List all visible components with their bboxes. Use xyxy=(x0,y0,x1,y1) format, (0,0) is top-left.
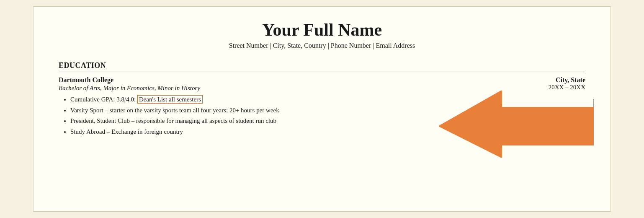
study-abroad-text: Study Abroad – Exchange in foreign count… xyxy=(70,128,183,135)
school-location: City, State xyxy=(518,76,585,84)
degree: Bachelor of Arts, Major in Economics, Mi… xyxy=(59,85,518,92)
president-text: President, Student Club – responsible fo… xyxy=(70,117,276,124)
varsity-text: Varsity Sport – starter on the varsity s… xyxy=(70,107,279,114)
education-entry: Dartmouth College Bachelor of Arts, Majo… xyxy=(59,76,585,137)
bullet-varsity: Varsity Sport – starter on the varsity s… xyxy=(70,105,518,116)
section-divider xyxy=(59,72,585,72)
gpa-text: Cumulative GPA: 3.8/4.0; xyxy=(70,96,137,103)
edu-right: City, State 20XX – 20XX xyxy=(518,76,585,91)
school-name: Dartmouth College xyxy=(59,76,518,84)
resume-header: Your Full Name Street Number | City, Sta… xyxy=(59,19,585,49)
bullet-gpa: Cumulative GPA: 3.8/4.0; Dean's List all… xyxy=(70,94,518,105)
edu-left: Dartmouth College Bachelor of Arts, Majo… xyxy=(59,76,518,137)
education-section: EDUCATION Dartmouth College Bachelor of … xyxy=(59,61,585,137)
bullet-list: Cumulative GPA: 3.8/4.0; Dean's List all… xyxy=(59,94,518,137)
contact-info: Street Number | City, State, Country | P… xyxy=(59,42,585,49)
education-title: EDUCATION xyxy=(59,61,585,70)
school-dates: 20XX – 20XX xyxy=(518,84,585,91)
deans-list-highlight: Dean's List all semesters xyxy=(137,95,203,104)
full-name: Your Full Name xyxy=(59,19,585,40)
bullet-study-abroad: Study Abroad – Exchange in foreign count… xyxy=(70,127,518,138)
resume-container: Your Full Name Street Number | City, Sta… xyxy=(33,6,611,212)
bullet-president: President, Student Club – responsible fo… xyxy=(70,116,518,127)
